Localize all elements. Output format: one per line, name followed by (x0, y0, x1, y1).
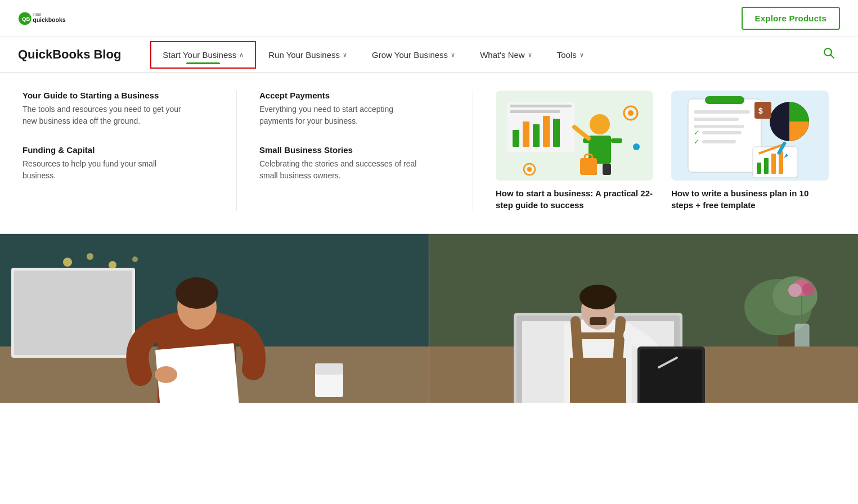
svg-rect-43 (771, 154, 776, 174)
dropdown-link-funding-desc: Resources to help you fund your small bu… (23, 158, 191, 182)
dropdown-link-guide-title[interactable]: Your Guide to Starting a Business (23, 91, 214, 100)
svg-point-55 (176, 277, 218, 309)
svg-text:$: $ (758, 106, 763, 115)
svg-line-5 (831, 55, 834, 58)
article-thumb-2: ✓ ✓ (671, 91, 829, 181)
quickbooks-logo: QB intuit quickbooks (18, 8, 97, 29)
site-header: QB intuit quickbooks Explore Products (0, 0, 858, 37)
svg-point-23 (628, 110, 634, 116)
dropdown-col-2: Accept Payments Everything you need to s… (236, 91, 450, 211)
svg-text:QB: QB (22, 16, 30, 22)
article-thumb-1 (496, 91, 653, 181)
svg-rect-11 (523, 122, 529, 147)
blog-title: QuickBooks Blog (18, 37, 139, 72)
dropdown-link-guide: Your Guide to Starting a Business The to… (23, 91, 214, 127)
svg-text:quickbooks: quickbooks (33, 16, 66, 23)
chevron-down-icon: ∨ (528, 51, 532, 58)
svg-point-15 (590, 114, 610, 134)
chevron-down-icon: ∨ (451, 51, 455, 58)
dropdown-link-payments: Accept Payments Everything you need to s… (259, 91, 450, 127)
svg-point-63 (132, 256, 138, 262)
nav-label-tools: Tools (557, 50, 577, 60)
nav-items: Start Your Business ∧ Run Your Business … (150, 40, 840, 70)
dropdown-link-guide-desc: The tools and resources you need to get … (23, 104, 191, 127)
svg-rect-53 (14, 271, 132, 355)
svg-rect-14 (553, 119, 560, 147)
article-title-2: How to write a business plan in 10 steps… (671, 187, 829, 211)
svg-rect-10 (513, 130, 519, 147)
dropdown-link-payments-title[interactable]: Accept Payments (259, 91, 450, 100)
svg-point-60 (63, 258, 72, 267)
svg-rect-18 (611, 138, 622, 143)
svg-point-57 (155, 366, 177, 383)
nav-item-tools[interactable]: Tools ∨ (545, 40, 596, 70)
svg-rect-78 (570, 358, 626, 403)
svg-point-25 (527, 167, 532, 172)
nav-item-whats-new[interactable]: What's New ∨ (468, 40, 545, 70)
svg-rect-84 (640, 349, 702, 403)
dropdown-link-funding: Funding & Capital Resources to help you … (23, 145, 214, 182)
article-title-1: How to start a business: A practical 22-… (496, 187, 653, 211)
dropdown-link-payments-desc: Everything you need to start accepting p… (259, 104, 428, 127)
chevron-down-icon: ∨ (580, 51, 584, 58)
featured-articles: How to start a business: A practical 22-… (473, 91, 829, 211)
nav-label-whats-new: What's New (480, 50, 525, 60)
svg-rect-44 (779, 151, 783, 174)
chevron-up-icon: ∧ (239, 51, 244, 58)
svg-rect-8 (510, 105, 572, 107)
svg-rect-34 (694, 125, 744, 128)
explore-products-button[interactable]: Explore Products (742, 7, 840, 30)
svg-text:intuit: intuit (33, 12, 41, 16)
svg-rect-82 (590, 317, 607, 325)
nav-item-run-your-business[interactable]: Run Your Business ∨ (256, 40, 360, 70)
dropdown-menu: Your Guide to Starting a Business The to… (0, 73, 858, 234)
svg-point-62 (109, 261, 116, 269)
logo-area: QB intuit quickbooks (18, 8, 97, 29)
chevron-down-icon: ∨ (343, 51, 347, 58)
svg-text:✓: ✓ (694, 129, 699, 137)
nav-bar: QuickBooks Blog Start Your Business ∧ Ru… (0, 37, 858, 73)
dropdown-link-stories-desc: Celebrating the stories and successes of… (259, 158, 428, 182)
svg-rect-79 (573, 332, 623, 339)
nav-item-start-your-business[interactable]: Start Your Business ∧ (150, 41, 256, 69)
article-card-1[interactable]: How to start a business: A practical 22-… (496, 91, 653, 211)
dropdown-link-stories-title[interactable]: Small Business Stories (259, 145, 450, 155)
svg-rect-32 (694, 110, 750, 114)
svg-point-72 (788, 284, 802, 297)
svg-rect-42 (764, 158, 769, 174)
article-card-2[interactable]: ✓ ✓ (671, 91, 829, 211)
svg-rect-46 (754, 102, 771, 119)
svg-point-28 (633, 143, 640, 150)
nav-label-run: Run Your Business (268, 50, 340, 60)
svg-rect-38 (702, 140, 736, 143)
search-icon[interactable] (817, 42, 840, 68)
photo-left (0, 234, 429, 403)
svg-rect-12 (533, 124, 540, 147)
svg-rect-20 (603, 164, 611, 175)
photo-section (0, 234, 858, 403)
dropdown-link-funding-title[interactable]: Funding & Capital (23, 145, 214, 155)
photo-right (429, 234, 859, 403)
svg-point-73 (802, 283, 815, 295)
nav-item-grow-your-business[interactable]: Grow Your Business ∨ (360, 40, 468, 70)
svg-point-61 (87, 253, 93, 260)
svg-point-81 (580, 285, 617, 309)
dropdown-col-1: Your Guide to Starting a Business The to… (23, 91, 236, 211)
dropdown-link-stories: Small Business Stories Celebrating the s… (259, 145, 450, 182)
svg-rect-13 (543, 116, 550, 147)
svg-text:✓: ✓ (694, 138, 699, 146)
svg-rect-59 (315, 363, 343, 375)
svg-rect-33 (694, 118, 739, 121)
svg-rect-36 (702, 131, 742, 134)
svg-rect-41 (757, 163, 761, 174)
svg-rect-9 (510, 110, 560, 113)
svg-rect-31 (705, 96, 744, 104)
nav-label-start: Start Your Business (163, 50, 236, 60)
nav-label-grow: Grow Your Business (372, 50, 448, 60)
